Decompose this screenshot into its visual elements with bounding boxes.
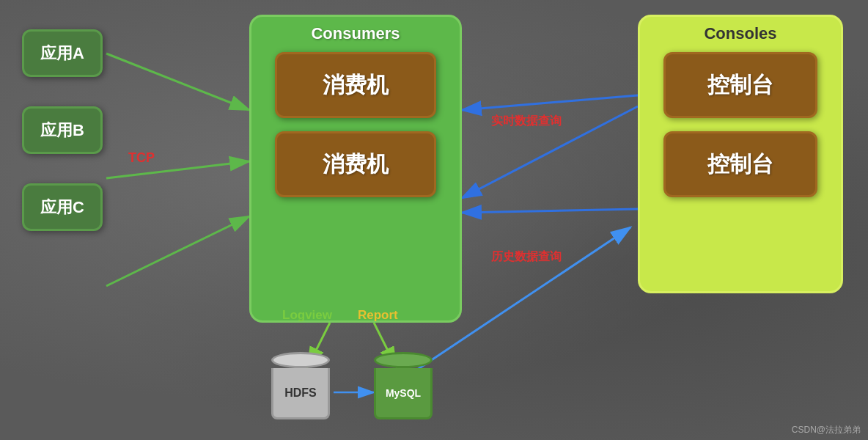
svg-line-9	[462, 95, 638, 110]
svg-line-6	[106, 216, 249, 286]
realtime-label: 实时数据查询	[491, 114, 562, 129]
consumer-2-box: 消费机	[275, 131, 436, 197]
console-1-box: 控制台	[663, 52, 817, 118]
consumers-panel: Consumers 消费机 消费机	[249, 15, 462, 323]
mysql-cylinder: MySQL	[374, 352, 433, 419]
databases-container: HDFS MySQL	[271, 352, 433, 419]
svg-line-11	[462, 209, 638, 213]
consumers-title: Consumers	[259, 24, 452, 43]
mysql-label: MySQL	[386, 387, 421, 399]
history-label: 历史数据查询	[491, 249, 562, 265]
app-a-label: 应用A	[40, 43, 84, 65]
console-2-label: 控制台	[707, 150, 773, 180]
app-c-box: 应用C	[22, 183, 103, 231]
hdfs-body: HDFS	[271, 368, 330, 419]
hdfs-label: HDFS	[284, 386, 317, 400]
consumer-2-label: 消费机	[323, 150, 389, 180]
app-b-box: 应用B	[22, 106, 103, 154]
consumer-1-label: 消费机	[323, 70, 389, 100]
hdfs-top	[271, 352, 330, 368]
logview-label: Logview	[282, 308, 332, 323]
app-b-label: 应用B	[40, 120, 84, 142]
svg-line-4	[106, 54, 249, 110]
report-label: Report	[358, 308, 398, 323]
consoles-title: Consoles	[647, 24, 834, 43]
consoles-panel: Consoles 控制台 控制台	[638, 15, 843, 293]
apps-column: 应用A 应用B 应用C	[22, 29, 103, 231]
hdfs-cylinder: HDFS	[271, 352, 330, 419]
mysql-body: MySQL	[374, 368, 433, 419]
consumer-1-box: 消费机	[275, 52, 436, 118]
mysql-top	[374, 352, 433, 368]
console-1-label: 控制台	[707, 70, 773, 100]
tcp-label: TCP	[128, 150, 155, 166]
console-2-box: 控制台	[663, 131, 817, 197]
app-c-label: 应用C	[40, 197, 84, 219]
watermark: CSDN@法拉弟弟	[792, 424, 861, 436]
diagram-container: 应用A 应用B 应用C TCP Consumers 消费机 消费机 Logvie…	[0, 0, 868, 440]
app-a-box: 应用A	[22, 29, 103, 77]
